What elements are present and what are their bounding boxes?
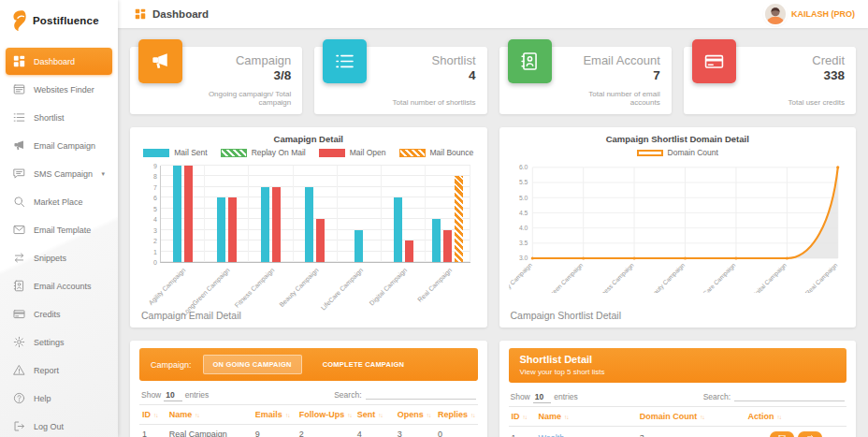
- legend-item-mail-bounce[interactable]: Mail Bounce: [399, 148, 474, 157]
- column-header-name[interactable]: Name↑↓: [166, 405, 253, 425]
- entries-select[interactable]: 10: [533, 392, 551, 403]
- campaign-detail-chart-card: Camapign DetailMail SentReplay On MailMa…: [130, 127, 487, 328]
- line-plot: 3.03.54.04.55.05.56.0Agility CampaignLon…: [509, 162, 847, 293]
- y-axis-tick: 0: [140, 259, 157, 266]
- legend-item-mail-open[interactable]: Mail Open: [319, 148, 386, 157]
- stat-value: 338: [745, 68, 845, 82]
- stat-caption: Total number of shortlists: [376, 98, 475, 109]
- bar-mail-open-real-campaign[interactable]: [443, 230, 452, 262]
- bar-mail-sent-beauty-campaign[interactable]: [305, 187, 313, 262]
- warning-icon: [13, 364, 25, 376]
- column-header-id[interactable]: ID↑↓: [509, 407, 536, 427]
- page-title: Dashboard: [152, 8, 209, 20]
- column-header-id[interactable]: ID↑↓: [139, 405, 166, 425]
- sidebar-item-report[interactable]: Report: [6, 357, 112, 384]
- bar-mail-sent-longgreen-campaign[interactable]: [217, 197, 225, 262]
- column-header-name[interactable]: Name↑↓: [535, 407, 636, 427]
- legend-item-mail-sent[interactable]: Mail Sent: [143, 148, 207, 157]
- svg-text:Fitness Campaign: Fitness Campaign: [595, 261, 635, 293]
- bar-group-real-campaign: [426, 166, 470, 262]
- sort-icon: ↑↓: [523, 414, 528, 420]
- sidebar-item-help[interactable]: Help: [6, 385, 112, 412]
- bar-mail-sent-lifecare-campaign[interactable]: [354, 230, 363, 262]
- action-button-swap[interactable]: [798, 431, 822, 437]
- bar-mail-bounce-real-campaign[interactable]: [455, 176, 463, 262]
- sidebar-item-email-template[interactable]: Email Template: [6, 216, 112, 243]
- sort-icon: ↑↓: [195, 412, 199, 418]
- column-header-follow-ups[interactable]: Follow-Ups↑↓: [297, 405, 354, 425]
- sort-icon: ↑↓: [564, 414, 569, 420]
- sort-icon: ↑↓: [153, 412, 158, 418]
- chart-legend: Mail SentReplay On MailMail OpenMail Bou…: [139, 148, 478, 157]
- sidebar-item-dashboard[interactable]: Dashboard: [6, 48, 112, 75]
- sidebar-item-shortlist[interactable]: Shortlist: [6, 104, 112, 131]
- shortlist-name-link[interactable]: Wealth: [535, 427, 636, 437]
- filter-button-on-going-campaign[interactable]: ON GOING CAMPAIGN: [203, 355, 302, 374]
- show-entries: Show10entries: [141, 390, 209, 400]
- sidebar-item-credits[interactable]: Credits: [6, 300, 112, 328]
- filter-button-complete-campaign[interactable]: COMPLETE CAMPAIGN: [313, 356, 413, 373]
- stat-card-shortlist: Shortlist4Total number of shortlists: [314, 47, 486, 114]
- column-header-emails[interactable]: Emails↑↓: [253, 405, 297, 425]
- logo: Postifluence: [0, 0, 118, 40]
- y-axis-tick: 3: [140, 227, 157, 234]
- legend-swatch: [399, 149, 426, 157]
- bar-mail-sent-digital-campaign[interactable]: [394, 197, 402, 262]
- sidebar-item-email-accounts[interactable]: Email Accounts: [6, 272, 112, 299]
- sidebar-item-email-campaign[interactable]: Email Campaign: [6, 132, 112, 159]
- sidebar-item-label: Email Campaign: [34, 141, 95, 151]
- table-row[interactable]: 1Real Campaign92430: [139, 425, 478, 437]
- app: Postifluence DashboardWebsites FinderSho…: [0, 0, 868, 437]
- table-controls: Show10entriesSearch:: [139, 381, 478, 404]
- sidebar-item-label: Dashboard: [34, 57, 75, 66]
- search-label: Search:: [334, 390, 361, 400]
- sidebar-item-label: Market Place: [34, 197, 83, 207]
- y-axis-tick: 6: [140, 195, 157, 201]
- search-input-shortlists[interactable]: [734, 389, 845, 401]
- legend-label: Mail Sent: [174, 148, 207, 157]
- svg-text:4.0: 4.0: [518, 225, 528, 231]
- column-header-domain-count[interactable]: Domain Count↑↓: [637, 407, 745, 427]
- bar-mail-open-fitness-campaign[interactable]: [272, 187, 281, 262]
- legend-item-domain-count[interactable]: Domain Count: [637, 148, 718, 157]
- column-header-replies[interactable]: Replies↑↓: [435, 405, 478, 425]
- column-header-opens[interactable]: Opens↑↓: [395, 405, 435, 425]
- sidebar-item-label: Report: [34, 366, 59, 375]
- sidebar-item-sms-campaign[interactable]: SMS Campaign▾: [6, 160, 112, 187]
- y-axis-tick: 2: [140, 238, 157, 244]
- envelope-icon: [778, 434, 786, 437]
- bar-mail-open-agility-campaign[interactable]: [184, 166, 193, 262]
- bar-mail-open-beauty-campaign[interactable]: [316, 219, 325, 262]
- table-row[interactable]: 1Wealth3: [509, 427, 847, 437]
- action-button-envelope[interactable]: [770, 431, 794, 437]
- column-header-sent[interactable]: Sent↑↓: [354, 405, 395, 425]
- chart-footer-link[interactable]: Campaign Shortlist Detail: [509, 307, 847, 324]
- stat-title: Campaign: [192, 54, 291, 68]
- sidebar-item-websites-finder[interactable]: Websites Finder: [6, 76, 112, 103]
- bar-mail-sent-agility-campaign[interactable]: [173, 166, 181, 262]
- bar-mail-sent-fitness-campaign[interactable]: [261, 187, 269, 262]
- legend-item-replay-on-mail[interactable]: Replay On Mail: [221, 148, 306, 157]
- legend-swatch: [319, 149, 345, 157]
- search-input-campaigns[interactable]: [366, 387, 476, 400]
- sidebar-item-settings[interactable]: Settings: [6, 328, 112, 356]
- sidebar-item-market-place[interactable]: Market Place: [6, 188, 112, 215]
- bar-mail-open-longgreen-campaign[interactable]: [228, 197, 237, 262]
- sort-icon: ↑↓: [427, 412, 431, 418]
- user-name: KAILASH (PRO): [791, 9, 855, 19]
- column-header-action[interactable]: Action↑↓: [745, 407, 846, 427]
- campaign-table-card: Campaign:ON GOING CAMPAIGNCOMPLETE CAMPA…: [130, 341, 487, 437]
- main-area: Dashboard KAILASH (PRO) Campaign3/8Ongoi…: [118, 0, 868, 437]
- sidebar-item-log-out[interactable]: Log Out: [6, 413, 112, 437]
- svg-text:4.5: 4.5: [518, 210, 528, 216]
- user-menu[interactable]: KAILASH (PRO): [765, 4, 855, 24]
- sidebar-item-snippets[interactable]: Snippets: [6, 244, 112, 271]
- bar-mail-open-digital-campaign[interactable]: [405, 240, 413, 262]
- search-icon: [13, 196, 25, 208]
- entries-select[interactable]: 10: [164, 390, 181, 401]
- bar-group-lifecare-campaign: [338, 166, 382, 262]
- bar-mail-sent-real-campaign[interactable]: [432, 219, 441, 262]
- y-axis-tick: 8: [140, 173, 157, 180]
- svg-text:LongGreen Campaign: LongGreen Campaign: [536, 261, 585, 293]
- table-cell: 3: [637, 427, 745, 437]
